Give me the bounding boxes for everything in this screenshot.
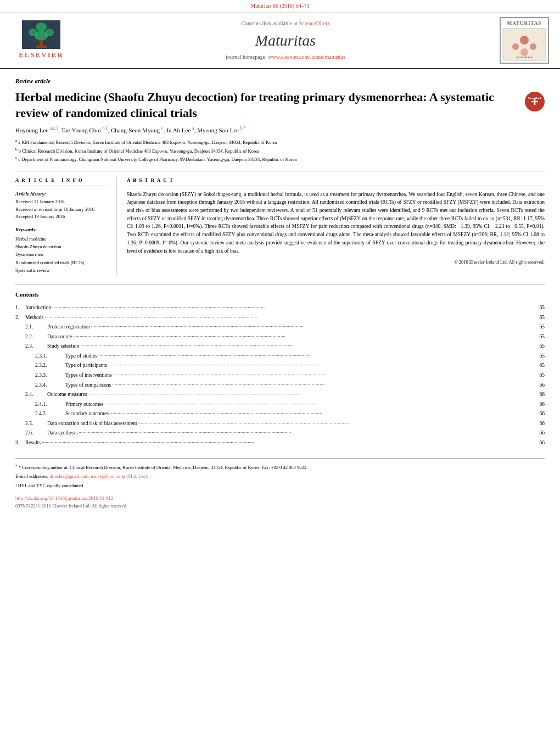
- keywords-section: Keywords: Herbal medicine Shaofu Zhuyu d…: [15, 226, 110, 275]
- contribution-footnote: ¹ HYL and TYC equally contributed.: [15, 482, 545, 490]
- toc-number: 2.4.2.: [35, 409, 65, 419]
- toc-label: Type of participants: [65, 361, 107, 371]
- toc-dots: ········································…: [72, 332, 531, 342]
- toc-number: 2.4.: [25, 390, 47, 400]
- svg-point-10: [530, 43, 536, 50]
- toc-page: 65: [531, 342, 545, 352]
- toc-dots: ········································…: [41, 438, 531, 448]
- maturitas-logo-image: MATURITAS: [502, 28, 546, 61]
- elsevier-logo: ELSEVIER: [11, 20, 71, 60]
- email-link[interactable]: drmslee@gmail.com, mslee@kiom.re.kr (M.S…: [49, 473, 148, 479]
- affiliation-a: a a KM Fundamental Research Division, Ko…: [15, 138, 545, 146]
- sciencedirect-anchor[interactable]: ScienceDirect: [299, 20, 329, 26]
- toc-item: 2.4.1. Primary outcomes ················…: [15, 400, 545, 410]
- toc-page: 65: [531, 371, 545, 381]
- toc-item: 2. Methods ·····························…: [15, 313, 545, 323]
- toc-dots: ········································…: [77, 428, 531, 438]
- article-history-section: Article history: Received 11 January 201…: [15, 191, 110, 221]
- toc-number: 2.3.: [25, 342, 47, 352]
- toc-item: 2.3.3. Types of interventions ··········…: [15, 371, 545, 381]
- doi-url: http://dx.doi.org/10.1016/j.maturitas.20…: [15, 495, 545, 502]
- toc-number: 2.6.: [25, 428, 47, 438]
- svg-point-9: [512, 43, 519, 50]
- toc-item: 2.1. Protocol registration ·············…: [15, 322, 545, 332]
- article-info-abstract-section: A R T I C L E I N F O Article history: R…: [15, 171, 545, 275]
- crossmark-badge: CrossMark: [525, 92, 545, 111]
- toc-label: Data synthesis: [47, 428, 77, 438]
- article-title-row: Herbal medicine (Shaofu Zhuyu decoction)…: [15, 90, 545, 121]
- toc-page: 66: [531, 409, 545, 419]
- svg-point-4: [35, 31, 48, 41]
- elsevier-tree-icon: [22, 20, 60, 49]
- homepage-url[interactable]: www.elsevier.com/locate/maturitas: [268, 54, 345, 60]
- toc-dots: ········································…: [87, 390, 531, 400]
- maturitas-logo: MATURITAS MATURITAS: [500, 17, 549, 64]
- toc-page: 66: [531, 400, 545, 410]
- doi-section: http://dx.doi.org/10.1016/j.maturitas.20…: [15, 495, 545, 509]
- toc-label: Study selection: [47, 342, 79, 352]
- journal-title-center: Contents lists available at ScienceDirec…: [71, 20, 500, 61]
- toc-label: Types of comparisons: [65, 381, 111, 390]
- contents-section: Contents 1. Introduction ···············…: [15, 284, 545, 448]
- svg-point-8: [520, 36, 529, 44]
- toc-number: 2.3.3.: [35, 371, 65, 381]
- toc-item: 2.4.2. Secondary outcomes ··············…: [15, 409, 545, 419]
- citation-text: Maturitas 86 (2016) 64–73: [250, 3, 310, 9]
- toc-label: Primary outcomes: [65, 400, 103, 410]
- toc-item: 1. Introduction ························…: [15, 303, 545, 313]
- history-label: Article history:: [15, 191, 110, 198]
- svg-rect-6: [36, 46, 47, 48]
- maturitas-logo-label: MATURITAS: [502, 20, 546, 27]
- toc-dots: ········································…: [111, 381, 531, 390]
- toc-label: Types of interventions: [65, 371, 112, 381]
- toc-number: 2.5.: [25, 419, 47, 429]
- toc-page: 65: [531, 303, 545, 313]
- toc-number: 1.: [15, 303, 25, 313]
- article-info-column: A R T I C L E I N F O Article history: R…: [15, 177, 117, 275]
- toc-number: 2.4.1.: [35, 400, 65, 410]
- elsevier-wordmark: ELSEVIER: [19, 50, 64, 60]
- toc-number: 2.3.1.: [35, 352, 65, 361]
- toc-label: Results: [25, 438, 41, 448]
- toc-number: 2.2.: [25, 332, 47, 342]
- toc-dots: ········································…: [90, 322, 531, 332]
- toc-label: Data source: [47, 332, 72, 342]
- article-info-heading: A R T I C L E I N F O: [15, 177, 110, 186]
- toc-item: 2.3.1. Type of studies ·················…: [15, 352, 545, 361]
- toc-label: Outcome measures: [47, 390, 87, 400]
- sciencedirect-link: Contents lists available at ScienceDirec…: [71, 20, 500, 27]
- toc-dots: ········································…: [103, 400, 531, 410]
- toc-item: 2.3.4. Types of comparisons ············…: [15, 381, 545, 390]
- received-date: Received 11 January 2016 Received in rev…: [15, 198, 110, 221]
- doi-link[interactable]: http://dx.doi.org/10.1016/j.maturitas.20…: [15, 495, 113, 501]
- toc-dots: ········································…: [79, 342, 531, 352]
- affiliation-b: b b Clinical Research Division, Korea In…: [15, 147, 545, 155]
- toc-item: 2.6. Data synthesis ····················…: [15, 428, 545, 438]
- toc-label: Introduction: [25, 303, 51, 313]
- abstract-copyright: © 2016 Elsevier Ireland Ltd. All rights …: [127, 259, 545, 266]
- keywords-list: Herbal medicine Shaofu Zhuyu decoction D…: [15, 235, 110, 275]
- journal-homepage: journal homepage: www.elsevier.com/locat…: [71, 53, 500, 61]
- email-footnote: E-mail addresses: drmslee@gmail.com, msl…: [15, 473, 545, 481]
- toc-dots: ········································…: [109, 409, 531, 419]
- toc-dots: ········································…: [97, 352, 531, 361]
- citation-bar: Maturitas 86 (2016) 64–73: [0, 0, 560, 13]
- toc-number: 2.: [15, 313, 25, 323]
- toc-page: 65: [531, 361, 545, 371]
- email-label: E-mail addresses:: [15, 473, 48, 479]
- toc-number: 2.1.: [25, 322, 47, 332]
- toc-page: 66: [531, 438, 545, 448]
- toc-number: 2.3.4.: [35, 381, 65, 390]
- keywords-label: Keywords:: [15, 226, 110, 233]
- toc-page: 65: [531, 352, 545, 361]
- toc-item: 2.4. Outcome measures ··················…: [15, 390, 545, 400]
- toc-dots: ········································…: [137, 419, 531, 429]
- affiliation-c: c c Department of Pharmacology, Chungnam…: [15, 155, 545, 163]
- toc-page: 66: [531, 390, 545, 400]
- abstract-section: A B S T R A C T Shaofu Zhuyu decoction (…: [127, 177, 545, 275]
- toc-page: 66: [531, 419, 545, 429]
- toc-dots: ········································…: [51, 303, 531, 313]
- toc-number: 3.: [15, 438, 25, 448]
- article-title: Herbal medicine (Shaofu Zhuyu decoction)…: [15, 90, 519, 121]
- toc-label: Methods: [25, 313, 43, 323]
